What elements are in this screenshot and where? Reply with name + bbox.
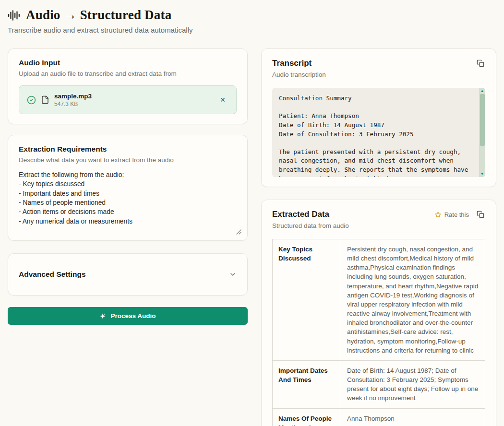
- scrollbar-thumb[interactable]: [480, 94, 485, 146]
- process-audio-button[interactable]: Process Audio: [8, 307, 248, 325]
- transcript-subtitle: Audio transcription: [272, 71, 485, 78]
- copy-extracted-data-button[interactable]: [476, 210, 485, 219]
- row-value: Anna Thompson: [341, 408, 485, 426]
- extraction-subtitle: Describe what data you want to extract f…: [19, 156, 237, 164]
- extraction-requirements-input[interactable]: Extract the following from the audio: - …: [19, 170, 237, 231]
- scrollbar-down-arrow-icon[interactable]: ▼: [479, 171, 485, 177]
- file-size: 547.3 KB: [54, 101, 92, 107]
- sparkles-icon: [99, 313, 106, 320]
- extraction-title: Extraction Requirements: [19, 145, 237, 154]
- star-icon: [434, 211, 442, 218]
- chevron-down-icon: [229, 271, 237, 278]
- row-value: Persistent dry cough, nasal congestion, …: [341, 239, 485, 361]
- process-audio-label: Process Audio: [110, 312, 156, 320]
- row-label: Important Dates And Times: [273, 360, 341, 408]
- scrollbar-up-arrow-icon[interactable]: ▲: [479, 88, 485, 94]
- remove-file-button[interactable]: ✕: [217, 94, 228, 106]
- extracted-data-table: Key Topics Discussed Persistent dry coug…: [272, 239, 485, 426]
- file-name: sample.mp3: [54, 93, 92, 100]
- transcript-title: Transcript: [272, 59, 312, 68]
- audio-waveform-icon: [8, 9, 20, 22]
- transcript-text: Consultation Summary Patient: Anna Thomp…: [272, 88, 485, 177]
- extracted-data-actions: Rate this: [434, 210, 485, 219]
- transcript-viewer[interactable]: Consultation Summary Patient: Anna Thomp…: [272, 88, 485, 177]
- file-icon: [41, 95, 49, 104]
- transcript-card: Transcript Audio transcription Consultat…: [261, 48, 496, 187]
- page: Audio → Structured Data Transcribe audio…: [0, 0, 504, 426]
- page-header: Audio → Structured Data: [8, 8, 496, 23]
- audio-input-card: Audio Input Upload an audio file to tran…: [8, 48, 248, 124]
- page-subtitle: Transcribe audio and extract structured …: [8, 26, 496, 34]
- advanced-settings-toggle[interactable]: Advanced Settings: [8, 253, 248, 296]
- rate-this-label: Rate this: [444, 211, 469, 218]
- left-column: Audio Input Upload an audio file to tran…: [8, 48, 248, 325]
- copy-icon: [477, 59, 484, 67]
- extracted-data-title: Extracted Data: [272, 210, 329, 219]
- extracted-data-subtitle: Structured data from audio: [272, 222, 485, 229]
- advanced-settings-title: Advanced Settings: [19, 270, 86, 279]
- audio-input-subtitle: Upload an audio file to transcribe and e…: [19, 70, 237, 77]
- extracted-data-card: Extracted Data Rate this: [261, 200, 496, 426]
- copy-transcript-button[interactable]: [476, 59, 485, 68]
- file-meta: sample.mp3 547.3 KB: [54, 93, 92, 107]
- extraction-requirements-card: Extraction Requirements Describe what da…: [8, 135, 248, 241]
- row-label: Names Of People Mentioned: [273, 408, 341, 426]
- audio-input-title: Audio Input: [19, 59, 237, 67]
- transcript-scrollbar[interactable]: ▲ ▼: [479, 88, 485, 177]
- rate-this-button[interactable]: Rate this: [434, 211, 469, 218]
- row-label: Key Topics Discussed: [273, 239, 341, 361]
- table-row: Names Of People Mentioned Anna Thompson: [273, 408, 485, 426]
- check-circle-icon: [27, 95, 36, 105]
- uploaded-file-chip: sample.mp3 547.3 KB ✕: [19, 85, 237, 114]
- copy-icon: [477, 211, 484, 218]
- right-column: Transcript Audio transcription Consultat…: [261, 48, 496, 426]
- textarea-resize-handle-icon[interactable]: [236, 229, 241, 235]
- table-row: Key Topics Discussed Persistent dry coug…: [273, 239, 485, 361]
- page-title: Audio → Structured Data: [26, 8, 171, 23]
- row-value: Date of Birth: 14 August 1987; Date of C…: [341, 360, 485, 408]
- table-row: Important Dates And Times Date of Birth:…: [273, 360, 485, 408]
